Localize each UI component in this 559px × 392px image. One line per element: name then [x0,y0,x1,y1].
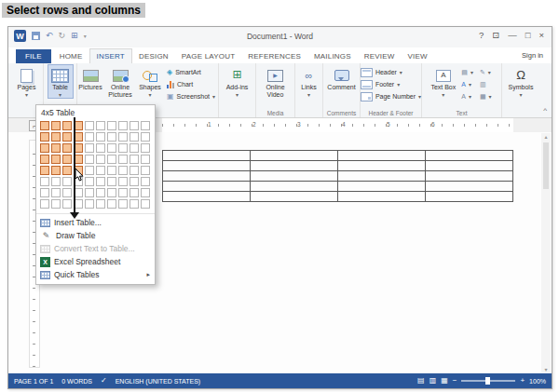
zoom-out-icon[interactable]: − [453,377,457,385]
document-table-cell[interactable] [338,171,426,182]
page-indicator[interactable]: PAGE 1 OF 1 [14,378,53,385]
footer-button[interactable]: Footer ▾ [358,78,424,90]
sign-in[interactable]: Sign in [522,51,543,60]
quick-parts-button[interactable]: ▤ ▾ [458,66,476,78]
table-size-cell[interactable] [118,199,128,209]
document-table-cell[interactable] [426,161,513,171]
language-indicator[interactable]: ENGLISH (UNITED STATES) [116,378,201,385]
tab-page-layout[interactable]: PAGE LAYOUT [175,49,241,63]
table-size-cell[interactable] [51,177,61,186]
tab-home[interactable]: HOME [53,49,89,63]
table-size-cell[interactable] [85,166,94,175]
page-number-button[interactable]: Page Number ▾ [358,90,424,102]
table-size-cell[interactable] [40,132,49,142]
document-table-cell[interactable] [251,182,338,192]
screenshot-button[interactable]: ▣ Screenshot ▾ [164,90,218,102]
document-table-cell[interactable] [338,192,426,202]
addins-button[interactable]: ⊞ Add-ins ▾ [225,64,251,99]
menu-item-quick-tables[interactable]: Quick Tables▸ [36,268,155,281]
minimize-icon[interactable]: — [508,30,517,40]
table-size-cell[interactable] [51,121,61,130]
document-table-cell[interactable] [338,182,426,192]
document-table-cell[interactable] [426,182,513,192]
table-size-cell[interactable] [141,199,150,209]
table-size-cell[interactable] [107,177,116,186]
table-size-cell[interactable] [85,199,94,209]
document-table-cell[interactable] [251,151,338,161]
shapes-button[interactable]: Shapes ▾ [137,64,163,99]
vertical-scrollbar[interactable]: ▴ ▾ [541,133,551,372]
document-table-cell[interactable] [338,161,426,171]
document-table-cell[interactable] [251,161,338,171]
document-table-cell[interactable] [426,192,513,202]
table-size-cell[interactable] [96,132,105,142]
scroll-up-icon[interactable]: ▴ [544,133,547,140]
table-size-cell[interactable] [40,155,49,164]
table-size-cell[interactable] [85,155,94,164]
table-size-cell[interactable] [40,121,49,130]
document-table-cell[interactable] [163,182,251,192]
table-size-cell[interactable] [62,155,72,164]
object-button[interactable]: ▦ ▾ [477,90,495,102]
table-size-cell[interactable] [51,132,61,142]
table-size-cell[interactable] [130,121,139,130]
tab-references[interactable]: REFERENCES [241,49,307,63]
table-size-cell[interactable] [141,143,150,153]
table-size-cell[interactable] [62,166,72,175]
document-table-cell[interactable] [163,161,251,171]
table-size-cell[interactable] [141,188,150,197]
scrollbar-thumb[interactable] [543,142,549,189]
collapse-ribbon-icon[interactable]: ^ [543,106,547,115]
document-table-cell[interactable] [163,192,251,202]
smartart-button[interactable]: ◈ SmartArt [164,66,218,78]
table-size-cell[interactable] [62,188,72,197]
table-size-cell[interactable] [141,155,150,164]
table-size-cell[interactable] [96,143,105,153]
print-layout-icon[interactable]: ▥ [429,377,437,385]
tab-file[interactable]: FILE [16,49,51,63]
proofing-icon[interactable]: ✓ [101,377,107,385]
table-size-cell[interactable] [141,132,150,142]
table-size-cell[interactable] [96,155,105,164]
tab-review[interactable]: REVIEW [358,49,402,63]
table-size-cell[interactable] [40,188,49,197]
document-table-cell[interactable] [426,151,513,161]
table-size-cell[interactable] [107,188,116,197]
table-size-cell[interactable] [62,143,72,153]
table-size-cell[interactable] [51,155,61,164]
table-size-cell[interactable] [118,132,128,142]
table-size-cell[interactable] [107,155,116,164]
table-size-cell[interactable] [51,143,61,153]
table-size-cell[interactable] [130,166,139,175]
links-button[interactable]: ∞ Links ▾ [296,64,322,99]
table-size-cell[interactable] [118,121,128,130]
chart-button[interactable]: Chart [164,78,218,90]
document-table-cell[interactable] [251,192,338,202]
pictures-button[interactable]: Pictures [77,64,103,92]
table-size-cell[interactable] [107,199,116,209]
table-size-cell[interactable] [118,188,128,197]
help-icon[interactable]: ? [479,30,484,40]
table-size-cell[interactable] [51,188,61,197]
document-table-cell[interactable] [163,171,251,182]
text-box-button[interactable]: A Text Box ▾ [429,64,457,99]
table-size-cell[interactable] [40,177,49,186]
table-size-cell[interactable] [130,199,139,209]
table-size-cell[interactable] [62,199,72,209]
zoom-level[interactable]: 100% [529,378,546,385]
word-count[interactable]: 0 WORDS [61,378,92,385]
table-size-cell[interactable] [96,188,105,197]
table-size-cell[interactable] [141,166,150,175]
table-size-cell[interactable] [51,199,61,209]
comment-button[interactable]: Comment [325,64,357,92]
online-pictures-button[interactable]: Online Pictures [104,64,136,100]
table-size-cell[interactable] [85,143,94,153]
table-size-cell[interactable] [107,143,116,153]
titlebar[interactable]: W ↶ ↻ ⊞ ▾ Document1 - Word ? ⊡ — □ × [8,27,552,48]
zoom-slider-thumb[interactable] [485,377,490,385]
close-icon[interactable]: × [539,30,544,40]
document-table-cell[interactable] [426,171,513,182]
table-size-cell[interactable] [107,121,116,130]
scroll-down-icon[interactable]: ▾ [544,366,547,372]
table-size-cell[interactable] [40,143,49,153]
